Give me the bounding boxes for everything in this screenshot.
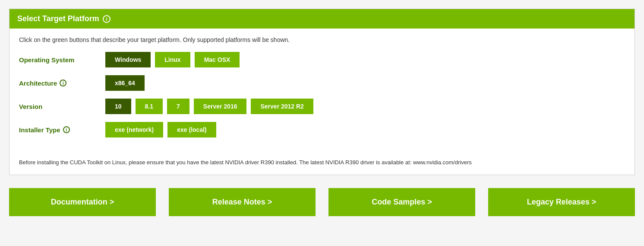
version-btn-81[interactable]: 8.1 <box>136 99 163 114</box>
installer-info-icon[interactable]: i <box>63 126 70 133</box>
os-btn-linux[interactable]: Linux <box>155 52 190 67</box>
platform-header: Select Target Platform i <box>9 9 635 29</box>
os-label: Operating System <box>19 56 105 64</box>
os-btn-macosx[interactable]: Mac OSX <box>195 52 240 67</box>
platform-options: Operating System Windows Linux Mac OSX A… <box>9 48 635 154</box>
option-row-version: Version 10 8.1 7 Server 2016 Server 2012… <box>19 99 625 114</box>
arch-buttons: x86_64 <box>105 75 145 91</box>
documentation-button[interactable]: Documentation > <box>9 188 156 216</box>
version-btn-10[interactable]: 10 <box>105 99 131 114</box>
code-samples-button[interactable]: Code Samples > <box>328 188 475 216</box>
arch-info-icon[interactable]: i <box>60 80 66 86</box>
os-btn-windows[interactable]: Windows <box>105 52 151 67</box>
installer-buttons: exe (network) exe (local) <box>105 122 216 137</box>
option-row-os: Operating System Windows Linux Mac OSX <box>19 52 625 67</box>
platform-description: Click on the green buttons that describe… <box>9 29 635 48</box>
version-label: Version <box>19 103 105 110</box>
version-buttons: 10 8.1 7 Server 2016 Server 2012 R2 <box>105 99 313 114</box>
os-buttons: Windows Linux Mac OSX <box>105 52 240 67</box>
version-btn-server2016[interactable]: Server 2016 <box>194 99 247 114</box>
version-btn-server2012r2[interactable]: Server 2012 R2 <box>251 99 313 114</box>
option-row-arch: Architecture i x86_64 <box>19 75 625 91</box>
version-btn-7[interactable]: 7 <box>167 99 189 114</box>
bottom-buttons: Documentation > Release Notes > Code Sam… <box>9 188 635 216</box>
installer-label: Installer Type i <box>19 126 105 134</box>
installer-btn-local[interactable]: exe (local) <box>167 122 216 137</box>
release-notes-button[interactable]: Release Notes > <box>169 188 316 216</box>
platform-selector: Select Target Platform i Click on the gr… <box>9 9 635 175</box>
option-row-installer: Installer Type i exe (network) exe (loca… <box>19 122 625 137</box>
header-info-icon[interactable]: i <box>103 15 110 23</box>
platform-note: Before installing the CUDA Toolkit on Li… <box>9 154 635 175</box>
legacy-releases-button[interactable]: Legacy Releases > <box>488 188 635 216</box>
platform-title: Select Target Platform <box>17 14 99 23</box>
arch-btn-x86[interactable]: x86_64 <box>105 75 145 91</box>
main-container: Select Target Platform i Click on the gr… <box>9 9 635 216</box>
arch-label: Architecture i <box>19 80 105 87</box>
installer-btn-network[interactable]: exe (network) <box>105 122 163 137</box>
